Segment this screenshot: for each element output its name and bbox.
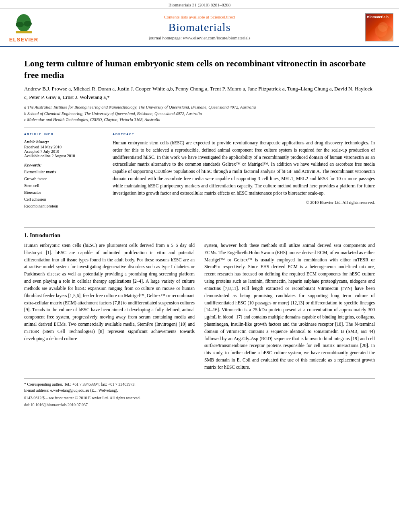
keyword-1: Extracellular matrix [24, 168, 105, 175]
article-content: Long term culture of human embryonic ste… [0, 47, 399, 222]
info-abstract-section: article info Article history: Received 1… [24, 131, 375, 214]
journal-center: Contents lists available at ScienceDirec… [42, 14, 357, 40]
elsevier-label: ELSEVIER [9, 37, 38, 43]
elsevier-logo: ELSEVIER [6, 12, 42, 43]
article-title: Long term culture of human embryonic ste… [24, 58, 375, 81]
keyword-5: Cell adhesion [24, 196, 105, 203]
abstract-col: abstract Human embryonic stem cells (hES… [113, 131, 375, 214]
keyword-2: Growth factor [24, 175, 105, 182]
body-content: 1. Introduction Human embryonic stem cel… [0, 227, 399, 407]
accepted-date: Accepted 7 July 2010 [24, 149, 105, 154]
affiliation-a: a The Australian Institute for Bioengine… [24, 104, 375, 111]
intro-text-columns: Human embryonic stem cells (hESC) are pl… [24, 242, 375, 374]
abstract-text: Human embryonic stem cells (hESC) are ex… [113, 140, 375, 197]
affiliations: a The Australian Institute for Bioengine… [24, 104, 375, 123]
journal-title: Biomaterials [42, 21, 357, 34]
affiliation-c: c Molecular and Health Technologies, CSI… [24, 117, 375, 123]
journal-reference: Biomaterials 31 (2010) 8281–8288 [0, 0, 399, 8]
keyword-6: Recombinant protein [24, 203, 105, 210]
svg-point-3 [24, 21, 32, 27]
journal-header: ELSEVIER Contents lists available at Sci… [0, 8, 399, 47]
affiliation-b: b School of Chemical Engineering, The Un… [24, 111, 375, 117]
article-info-label: article info [24, 131, 105, 137]
email-footnote: E-mail address: e.wolvetang@uq.edu.au (E… [24, 387, 375, 393]
history-label: Article history: [24, 140, 105, 144]
biomaterials-logo: Biomaterials [357, 13, 393, 41]
body-divider [24, 227, 375, 228]
corresponding-author: * Corresponding author. Tel.: +61 7 3346… [24, 381, 375, 387]
intro-heading: 1. Introduction [24, 232, 375, 239]
intro-right-para-1: system, however both these methods still… [204, 242, 375, 371]
keywords-label: Keywords: [24, 163, 105, 167]
abstract-label: abstract [113, 131, 375, 137]
intro-left-para-1: Human embryonic stem cells (hESC) are pl… [24, 242, 195, 342]
keyword-4: Bioreactor [24, 189, 105, 196]
keyword-3: Stem cell [24, 182, 105, 189]
intro-left-col: Human embryonic stem cells (hESC) are pl… [24, 242, 195, 374]
svg-point-2 [16, 22, 24, 27]
svg-point-7 [378, 22, 388, 32]
sciencedirect-link: Contents lists available at ScienceDirec… [42, 14, 357, 19]
journal-homepage: journal homepage: www.elsevier.com/locat… [42, 35, 357, 40]
doi-line: doi:10.1016/j.biomaterials.2010.07.037 [24, 403, 375, 407]
keywords-list: Extracellular matrix Growth factor Stem … [24, 168, 105, 210]
received-date: Received 14 May 2010 [24, 145, 105, 149]
keywords-block: Keywords: Extracellular matrix Growth fa… [24, 163, 105, 210]
history-block: Article history: Received 14 May 2010 Ac… [24, 140, 105, 158]
intro-right-col: system, however both these methods still… [204, 242, 375, 374]
footnotes: * Corresponding author. Tel.: +61 7 3346… [24, 378, 375, 407]
available-date: Available online 2 August 2010 [24, 154, 105, 158]
authors: Andrew B.J. Prowse a, Michael R. Doran a… [24, 85, 375, 102]
copyright: © 2010 Elsevier Ltd. All rights reserved… [113, 200, 375, 205]
issn-line: 0142-9612/$ – see front matter © 2010 El… [24, 396, 375, 400]
divider [24, 127, 375, 127]
svg-rect-4 [16, 31, 32, 33]
article-info-col: article info Article history: Received 1… [24, 131, 105, 214]
